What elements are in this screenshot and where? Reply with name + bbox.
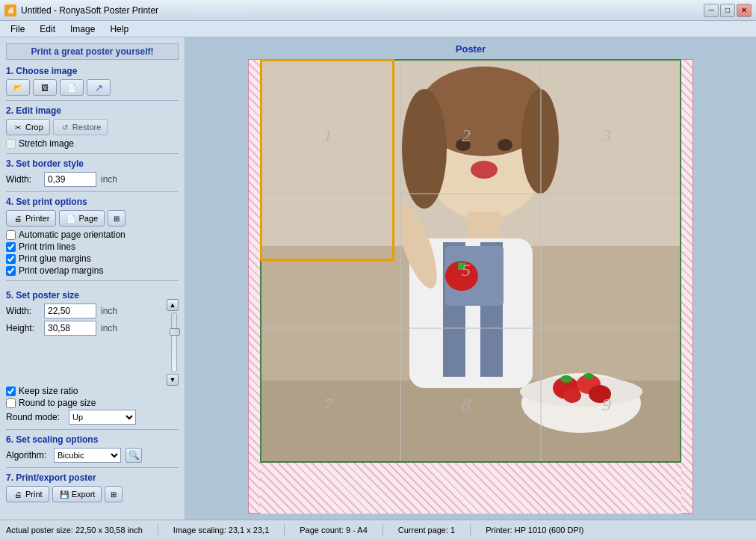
svg-text:6: 6 bbox=[602, 260, 611, 280]
close-button[interactable]: ✕ bbox=[737, 4, 752, 17]
edit-image-buttons: ✂ Crop ↺ Restore bbox=[6, 119, 179, 135]
open-image-button[interactable]: 🖼 bbox=[33, 79, 57, 96]
image-canvas: 1 2 3 4 5 6 7 8 9 bbox=[260, 59, 681, 463]
poster-width-row: Width: inch bbox=[6, 304, 164, 318]
status-printer: Printer: HP 1010 (600 DPI) bbox=[486, 526, 583, 535]
svg-text:7: 7 bbox=[323, 395, 333, 414]
crop-icon: ✂ bbox=[13, 122, 23, 132]
stretch-image-row: Stretch image bbox=[6, 138, 179, 149]
round-to-page-label[interactable]: Round to page size bbox=[19, 398, 96, 408]
scanner-button[interactable]: 📄 bbox=[60, 79, 84, 96]
poster-title: Poster bbox=[456, 43, 486, 55]
print-glue-row: Print glue margins bbox=[6, 253, 179, 264]
stretch-checkbox[interactable] bbox=[6, 139, 16, 149]
print-overlap-row: Print overlap margins bbox=[6, 265, 179, 276]
page-button[interactable]: 📄 Page bbox=[59, 210, 105, 227]
size-down-button[interactable]: ▼ bbox=[167, 374, 179, 386]
svg-point-9 bbox=[498, 139, 512, 151]
printer-icon: 🖨 bbox=[13, 213, 23, 224]
status-sep-4 bbox=[470, 524, 471, 536]
poster-image-area: 1 2 3 4 5 6 7 8 9 bbox=[260, 59, 681, 463]
page-extend-area bbox=[260, 463, 681, 514]
glue-margins-label[interactable]: Print glue margins bbox=[19, 253, 91, 264]
poster-height-row: Height: inch bbox=[6, 321, 164, 336]
auto-orientation-checkbox[interactable] bbox=[6, 230, 16, 240]
size-slider-thumb[interactable] bbox=[170, 328, 180, 336]
titlebar-controls[interactable]: ─ □ ✕ bbox=[704, 4, 752, 17]
svg-point-24 bbox=[563, 388, 581, 403]
menu-image[interactable]: Image bbox=[63, 22, 102, 36]
section7-title: 7. Print/export poster bbox=[6, 472, 179, 483]
svg-point-25 bbox=[560, 375, 572, 383]
section3-title: 3. Set border style bbox=[6, 158, 179, 169]
svg-text:3: 3 bbox=[601, 126, 611, 145]
svg-text:9: 9 bbox=[602, 395, 611, 414]
titlebar: 🖨 Untitled - RonyaSoft Poster Printer ─ … bbox=[0, 0, 756, 21]
section2-title: 2. Edit image bbox=[6, 105, 179, 116]
scanner-icon: 📄 bbox=[66, 82, 77, 93]
border-width-input[interactable] bbox=[44, 172, 96, 187]
export-icon: 💾 bbox=[59, 489, 69, 499]
menu-file[interactable]: File bbox=[3, 22, 32, 36]
algorithm-select[interactable]: BicubicBilinearNearest neighbor bbox=[54, 448, 121, 463]
open-file-button[interactable]: 📂 bbox=[6, 79, 30, 96]
round-to-page-checkbox[interactable] bbox=[6, 398, 16, 408]
svg-text:2: 2 bbox=[462, 126, 471, 145]
printer-button[interactable]: 🖨 Printer bbox=[6, 210, 56, 227]
poster-width-label: Width: bbox=[6, 306, 40, 316]
print-extra-button2[interactable]: ⊞ bbox=[105, 486, 123, 502]
menu-edit[interactable]: Edit bbox=[32, 22, 63, 36]
svg-point-7 bbox=[521, 89, 559, 194]
algorithm-row: Algorithm: BicubicBilinearNearest neighb… bbox=[6, 448, 179, 463]
poster-image-svg: 1 2 3 4 5 6 7 8 9 bbox=[260, 59, 681, 463]
print-button[interactable]: 🖨 Print bbox=[6, 486, 49, 502]
right-panel: Poster bbox=[185, 37, 756, 520]
crop-button[interactable]: ✂ Crop bbox=[6, 119, 50, 135]
algorithm-info-button[interactable]: 🔍 bbox=[126, 448, 142, 463]
trim-lines-checkbox[interactable] bbox=[6, 242, 16, 252]
overlap-margins-label[interactable]: Print overlap margins bbox=[19, 265, 103, 276]
statusbar: Actual poster size: 22,50 x 30,58 inch I… bbox=[0, 520, 756, 539]
window-title: Untitled - RonyaSoft Poster Printer bbox=[21, 5, 158, 16]
url-button[interactable]: ↗ bbox=[87, 79, 111, 96]
size-slider[interactable] bbox=[171, 312, 177, 372]
export-button[interactable]: 💾 Export bbox=[52, 486, 102, 502]
stretch-label[interactable]: Stretch image bbox=[19, 138, 74, 149]
glue-margins-checkbox[interactable] bbox=[6, 254, 16, 264]
minimize-button[interactable]: ─ bbox=[704, 4, 719, 17]
status-page-count: Page count: 9 - A4 bbox=[300, 526, 368, 535]
poster-outer: 1 2 3 4 5 6 7 8 9 bbox=[248, 59, 693, 514]
print-trim-row: Print trim lines bbox=[6, 241, 179, 252]
keep-size-ratio-label[interactable]: Keep size ratio bbox=[19, 386, 78, 396]
section5-title: 5. Set poster size bbox=[6, 290, 164, 301]
poster-width-unit: inch bbox=[101, 306, 117, 316]
auto-orientation-label[interactable]: Automatic page orientation bbox=[19, 230, 126, 240]
print-export-buttons: 🖨 Print 💾 Export ⊞ bbox=[6, 486, 179, 502]
keep-size-ratio-checkbox[interactable] bbox=[6, 386, 16, 396]
border-width-unit: inch bbox=[101, 174, 117, 185]
trim-lines-label[interactable]: Print trim lines bbox=[19, 241, 75, 252]
svg-point-6 bbox=[402, 89, 447, 209]
section1-title: 1. Choose image bbox=[6, 66, 179, 76]
border-width-label: Width: bbox=[6, 174, 40, 185]
main-area: Print a great poster yourself! 1. Choose… bbox=[0, 37, 756, 520]
poster-width-input[interactable] bbox=[44, 304, 96, 318]
print-options-extra-button[interactable]: ⊞ bbox=[108, 210, 126, 227]
print-options-buttons: 🖨 Printer 📄 Page ⊞ bbox=[6, 210, 179, 227]
round-to-page-row: Round to page size bbox=[6, 398, 179, 408]
size-up-button[interactable]: ▲ bbox=[167, 299, 179, 311]
restore-button[interactable]: ↺ Restore bbox=[53, 119, 108, 135]
print-extra2-icon: ⊞ bbox=[108, 489, 119, 499]
restore-icon: ↺ bbox=[60, 122, 70, 132]
page-icon: 📄 bbox=[66, 213, 76, 224]
overlap-margins-checkbox[interactable] bbox=[6, 266, 16, 276]
status-current-page: Current page: 1 bbox=[398, 526, 455, 535]
poster-height-input[interactable] bbox=[44, 321, 96, 336]
image-icon: 🖼 bbox=[40, 82, 50, 93]
open-file-icon: 📂 bbox=[13, 82, 23, 93]
round-mode-select[interactable]: UpDownNearest bbox=[69, 410, 136, 425]
maximize-button[interactable]: □ bbox=[720, 4, 735, 17]
menu-help[interactable]: Help bbox=[102, 22, 136, 36]
svg-text:4: 4 bbox=[323, 260, 332, 280]
svg-text:1: 1 bbox=[323, 126, 332, 145]
